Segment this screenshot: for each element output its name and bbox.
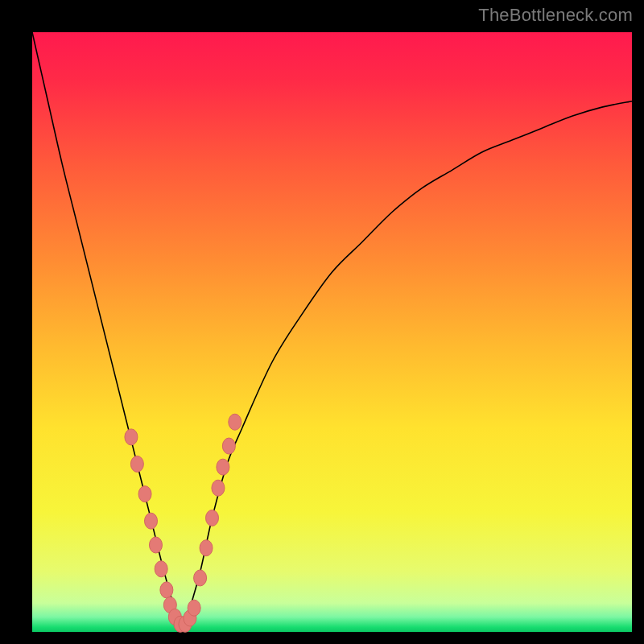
- sample-dots-group: [125, 414, 242, 632]
- sample-dot: [125, 429, 138, 445]
- sample-dot: [200, 540, 213, 556]
- sample-dot: [138, 486, 151, 502]
- sample-dot: [130, 456, 143, 472]
- watermark-text: TheBottleneck.com: [478, 5, 633, 26]
- sample-dot: [229, 414, 242, 430]
- sample-dot: [206, 510, 219, 526]
- sample-dot: [188, 600, 200, 616]
- sample-dot: [149, 537, 162, 553]
- curve-overlay: [32, 32, 632, 632]
- sample-dot: [212, 480, 225, 496]
- sample-dot: [217, 459, 229, 475]
- sample-dot: [222, 438, 235, 454]
- plot-area: [32, 32, 632, 632]
- sample-dot: [155, 561, 167, 577]
- chart-frame: TheBottleneck.com: [0, 0, 644, 644]
- sample-dot: [145, 513, 158, 529]
- sample-dot: [160, 582, 173, 598]
- bottleneck-curve: [32, 32, 632, 632]
- sample-dot: [194, 570, 207, 586]
